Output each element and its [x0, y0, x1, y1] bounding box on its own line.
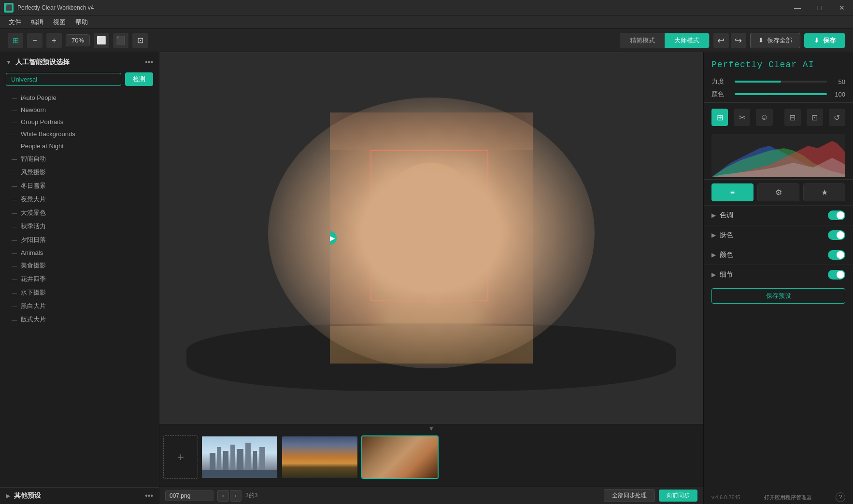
simple-mode-button[interactable]: 精简模式: [620, 33, 665, 48]
maximize-button[interactable]: □: [809, 0, 831, 15]
right-panel-title: Perfectly Clear AI: [704, 52, 853, 75]
compare-tool-button[interactable]: ⊟: [784, 109, 801, 126]
other-presets-header[interactable]: ▶ 其他预设 •••: [6, 491, 153, 500]
filmstrip-add-button[interactable]: +: [163, 435, 198, 479]
redo-button[interactable]: ↪: [731, 33, 746, 48]
color-row: 颜色 100: [704, 88, 853, 100]
detail-toggle[interactable]: [828, 270, 845, 280]
color-slider[interactable]: [735, 93, 827, 95]
refresh-tool-button[interactable]: ↺: [829, 109, 845, 126]
view-split-button[interactable]: ⬛: [113, 33, 128, 48]
preset-item-autumn[interactable]: 秋季活力: [0, 220, 159, 233]
other-presets-menu-icon[interactable]: •••: [145, 491, 153, 500]
toolbar-right: ↩ ↪ ⬇ 保存全部 ⬇ 保存: [713, 33, 845, 48]
color-toggle[interactable]: [828, 250, 845, 260]
preset-item-underwater[interactable]: 水下摄影: [0, 286, 159, 299]
sync-button[interactable]: 向前同步: [659, 490, 697, 502]
batch-process-button[interactable]: 全部同步处理: [604, 489, 655, 502]
other-presets-section: ▶ 其他预设 •••: [0, 487, 159, 504]
menu-file[interactable]: 文件: [4, 16, 26, 28]
titlebar: ⬛ Perfectly Clear Workbench v4 — □ ✕: [0, 0, 853, 15]
preset-item-animals[interactable]: Animals: [0, 247, 159, 259]
preset-item-night-scene[interactable]: 夜景大片: [0, 193, 159, 206]
filename-display: 007.png: [165, 490, 213, 501]
preset-item-smart-auto[interactable]: 智能自动: [0, 152, 159, 166]
color-value: 100: [831, 91, 845, 98]
save-preset-button[interactable]: 保存预设: [711, 288, 845, 304]
fit-view-button[interactable]: ⊞: [8, 33, 23, 48]
right-panel: Perfectly Clear AI 力度 50 颜色 100 ⊞ ✂ ☺ ⊟ …: [703, 52, 853, 504]
prev-page-button[interactable]: ‹: [217, 490, 229, 502]
skin-section[interactable]: ▶ 肤色: [704, 225, 853, 245]
detail-section[interactable]: ▶ 细节: [704, 265, 853, 284]
preset-item-food[interactable]: 美食摄影: [0, 259, 159, 272]
thumb-city-image: [202, 436, 277, 478]
color-adj-label: 颜色: [711, 90, 731, 98]
preset-controls: Universal 检测: [0, 70, 159, 90]
master-mode-button[interactable]: 大师模式: [665, 33, 709, 48]
detail-label: 细节: [720, 270, 828, 279]
version-row: v.4.6.0.2645 打开应用程序管理器 ?: [704, 490, 853, 504]
preset-item-landscape[interactable]: 风景摄影: [0, 166, 159, 179]
thumb-portrait-image: [362, 436, 438, 478]
preset-item-whitebg[interactable]: White Backgrounds: [0, 128, 159, 140]
menu-edit[interactable]: 编辑: [26, 16, 48, 28]
preset-item-fashion[interactable]: 版式大片: [0, 313, 159, 326]
download-icon-2: ⬇: [814, 37, 819, 44]
preset-item-sunset[interactable]: 夕阳日落: [0, 233, 159, 247]
app-manager-link[interactable]: 打开应用程序管理器: [740, 494, 836, 501]
preset-item-iauto[interactable]: iAuto People: [0, 92, 159, 104]
next-page-button[interactable]: ›: [230, 490, 242, 502]
view-fit-button[interactable]: ⬜: [94, 33, 109, 48]
sidebar: ▼ 人工智能预设选择 ••• Universal 检测 iAuto People…: [0, 52, 159, 504]
preset-item-winter[interactable]: 冬日雪景: [0, 179, 159, 193]
section-menu-icon[interactable]: •••: [145, 58, 153, 67]
settings-tab[interactable]: ⚙: [757, 183, 799, 201]
skin-toggle[interactable]: [828, 230, 845, 240]
filmstrip-thumb-portrait[interactable]: [361, 435, 439, 479]
color-section-label: 颜色: [720, 251, 828, 259]
close-button[interactable]: ✕: [831, 0, 853, 15]
menu-help[interactable]: 帮助: [71, 16, 93, 28]
presets-tab[interactable]: ★: [803, 183, 845, 201]
help-button[interactable]: ?: [836, 492, 845, 502]
face-tool-button[interactable]: ☺: [756, 109, 772, 126]
zoom-in-button[interactable]: +: [46, 33, 62, 48]
tone-toggle[interactable]: [828, 210, 845, 220]
preset-dropdown[interactable]: Universal: [6, 73, 121, 86]
minimize-button[interactable]: —: [786, 0, 809, 15]
strength-label: 力度: [711, 77, 731, 86]
ai-preset-section-header[interactable]: ▼ 人工智能预设选择 •••: [0, 52, 159, 70]
undo-button[interactable]: ↩: [713, 33, 729, 48]
histogram-container: [711, 134, 845, 177]
zoom-out-button[interactable]: −: [27, 33, 43, 48]
mode-group: 精简模式 大师模式: [620, 33, 710, 48]
preset-item-desert[interactable]: 大漠景色: [0, 206, 159, 220]
color-section[interactable]: ▶ 颜色: [704, 245, 853, 265]
flip-tool-button[interactable]: ⊡: [807, 109, 823, 126]
tone-section[interactable]: ▶ 色调: [704, 205, 853, 225]
view-compare-button[interactable]: ⊡: [132, 33, 148, 48]
grid-tool-button[interactable]: ⊞: [711, 109, 728, 126]
save-button[interactable]: ⬇ 保存: [804, 33, 845, 48]
main-content: ▼ 人工智能预设选择 ••• Universal 检测 iAuto People…: [0, 52, 853, 504]
color-slider-fill: [735, 93, 827, 95]
menu-view[interactable]: 视图: [48, 16, 71, 28]
preset-item-night[interactable]: People at Night: [0, 140, 159, 152]
bottom-bar: 007.png ‹ › 3的3 全部同步处理 向前同步: [159, 487, 703, 504]
filmstrip-thumb-city[interactable]: [201, 435, 278, 479]
save-all-button[interactable]: ⬇ 保存全部: [750, 33, 801, 48]
filmstrip-content: +: [159, 433, 703, 481]
strength-slider-fill: [735, 81, 781, 83]
detect-button[interactable]: 检测: [125, 72, 153, 86]
preset-item-bw[interactable]: 黑白大片: [0, 299, 159, 313]
preset-item-group[interactable]: Group Portraits: [0, 116, 159, 128]
crop-tool-button[interactable]: ✂: [734, 109, 750, 126]
preset-item-newborn[interactable]: Newborn: [0, 104, 159, 116]
adjustments-tab[interactable]: ≡: [711, 183, 753, 201]
filmstrip-thumb-sky[interactable]: [281, 435, 358, 479]
preset-item-flowers[interactable]: 花井四季: [0, 272, 159, 286]
menubar: 文件 编辑 视图 帮助: [0, 15, 853, 29]
other-presets-title: 其他预设: [14, 491, 141, 500]
strength-slider[interactable]: [735, 81, 827, 83]
